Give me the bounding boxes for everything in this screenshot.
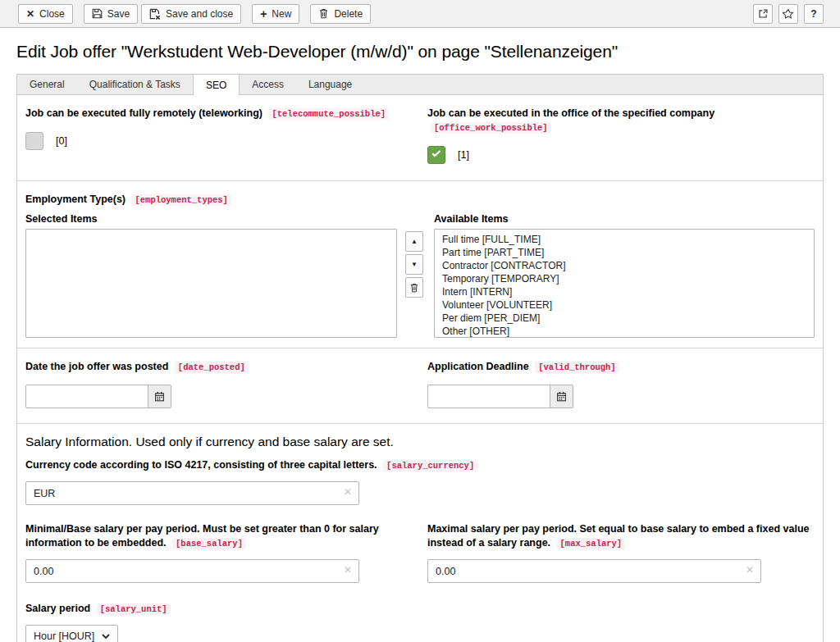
toolbar-right-group: ?	[747, 4, 824, 24]
tab-general[interactable]: General	[17, 75, 77, 94]
field-salary-unit: Salary period [salary_unit] Hour [HOUR]	[25, 602, 815, 642]
plus-icon: +	[260, 8, 267, 20]
calendar-icon	[556, 391, 567, 402]
date-posted-label: Date the job offer was posted	[25, 361, 168, 372]
telecommute-label-row: Job can be executed fully remotely (tele…	[25, 107, 413, 121]
available-item[interactable]: Contractor [CONTRACTOR]	[435, 259, 814, 272]
salary-range-row: Minimal/Base salary per pay period. Must…	[25, 522, 815, 583]
chevron-down-icon	[102, 634, 110, 640]
tab-qualification-tasks[interactable]: Qualification & Tasks	[77, 75, 193, 94]
available-item[interactable]: Per diem [PER_DIEM]	[435, 312, 814, 325]
salary-unit-label-row: Salary period [salary_unit]	[25, 602, 815, 617]
salary-currency-label: Currency code according to ISO 4217, con…	[25, 459, 377, 471]
save-button-label: Save	[107, 8, 130, 20]
employment-types-multiselect: Selected Items ▲ ▼	[25, 213, 815, 338]
max-salary-label-row: Maximal salary per pay period. Set equal…	[427, 522, 815, 551]
field-max-salary: Maximal salary per pay period. Set equal…	[427, 522, 815, 583]
arrow-up-icon: ▲	[411, 238, 418, 245]
salary-unit-select[interactable]: Hour [HOUR]	[25, 625, 118, 642]
salary-currency-input[interactable]	[25, 481, 359, 505]
available-items-column: Available Items Full time [FULL_TIME] Pa…	[434, 213, 815, 338]
valid-through-input[interactable]	[427, 385, 550, 408]
max-salary-field-tag: [max_salary]	[557, 538, 626, 549]
office-work-label-row: Job can be executed in the office of the…	[427, 107, 815, 135]
selected-items-column: Selected Items	[25, 213, 397, 338]
save-close-icon	[149, 8, 161, 20]
open-in-new-window-button[interactable]	[753, 4, 773, 24]
office-work-check-row: [1]	[427, 146, 815, 164]
field-telecommute: Job can be executed fully remotely (tele…	[25, 107, 413, 164]
telecommute-checkbox-value: [0]	[56, 135, 67, 147]
available-items-listbox[interactable]: Full time [FULL_TIME] Part time [PART_TI…	[434, 229, 815, 338]
telecommute-field-tag: [telecommute_possible]	[268, 108, 389, 120]
clear-input-icon[interactable]: ✕	[746, 565, 754, 575]
close-button[interactable]: ✕ Close	[18, 4, 73, 24]
star-icon	[783, 8, 794, 20]
open-new-window-icon	[758, 8, 769, 19]
page-title: Edit Job offer "Werkstudent Web-Develope…	[16, 42, 824, 61]
selected-items-listbox[interactable]	[25, 229, 397, 338]
office-work-checkbox[interactable]	[427, 146, 445, 164]
toolbar-button-group: ✕ Close Save Save and close + New	[18, 4, 371, 24]
available-item[interactable]: Volunteer [VOLUNTEER]	[435, 298, 814, 312]
tab-language[interactable]: Language	[296, 75, 364, 94]
available-item[interactable]: Full time [FULL_TIME]	[435, 233, 814, 246]
field-office-work: Job can be executed in the office of the…	[427, 107, 815, 164]
form-panel: Job can be executed fully remotely (tele…	[16, 94, 824, 642]
valid-through-calendar-button[interactable]	[550, 385, 573, 408]
salary-currency-field-tag: [salary_currency]	[383, 460, 477, 471]
base-salary-field-tag: [base_salary]	[172, 538, 246, 549]
date-posted-field-tag: [date_posted]	[175, 362, 249, 373]
telecommute-check-row: [0]	[25, 132, 413, 150]
help-button[interactable]: ?	[804, 4, 824, 24]
field-base-salary: Minimal/Base salary per pay period. Must…	[25, 522, 413, 583]
checkmark-icon	[431, 148, 442, 162]
field-valid-through: Application Deadline [valid_through]	[427, 360, 815, 408]
date-posted-input[interactable]	[25, 385, 148, 408]
move-down-button[interactable]: ▼	[405, 254, 423, 275]
save-and-close-button[interactable]: Save and close	[141, 4, 241, 24]
date-posted-label-row: Date the job offer was posted [date_post…	[25, 360, 413, 375]
max-salary-input[interactable]	[427, 559, 761, 583]
tab-access[interactable]: Access	[240, 75, 296, 94]
tab-bar: General Qualification & Tasks SEO Access…	[16, 74, 824, 94]
tab-seo[interactable]: SEO	[193, 75, 240, 95]
available-item[interactable]: Intern [INTERN]	[435, 285, 814, 298]
salary-currency-input-wrap: ✕	[25, 481, 359, 505]
clear-input-icon[interactable]: ✕	[344, 565, 352, 575]
multiselect-controls: ▲ ▼	[405, 231, 423, 338]
base-salary-input[interactable]	[25, 559, 359, 583]
bookmark-button[interactable]	[778, 4, 798, 24]
save-button[interactable]: Save	[84, 4, 138, 24]
help-button-label: ?	[810, 8, 816, 20]
valid-through-label: Application Deadline	[427, 361, 529, 372]
delete-button-label: Delete	[334, 8, 363, 20]
office-work-field-tag: [office_work_possible]	[431, 122, 551, 134]
valid-through-label-row: Application Deadline [valid_through]	[427, 360, 815, 375]
available-item[interactable]: Other [OTHER]	[435, 325, 814, 338]
new-button-label: New	[272, 8, 291, 20]
move-up-button[interactable]: ▲	[405, 231, 423, 252]
new-button[interactable]: + New	[252, 4, 299, 24]
available-items-header: Available Items	[434, 213, 815, 225]
salary-section-heading: Salary Information. Used only if currenc…	[25, 435, 815, 449]
salary-unit-field-tag: [salary_unit]	[97, 603, 171, 615]
trash-icon	[318, 8, 329, 19]
employment-types-field-tag: [employment_types]	[132, 194, 231, 206]
doc-toolbar: ✕ Close Save Save and close + New	[0, 0, 840, 28]
trash-small-icon	[409, 283, 419, 293]
office-work-checkbox-value: [1]	[458, 149, 469, 161]
close-icon: ✕	[26, 9, 34, 19]
delete-button[interactable]: Delete	[310, 4, 371, 24]
remove-item-button[interactable]	[405, 277, 423, 298]
telecommute-checkbox[interactable]	[25, 132, 43, 150]
available-item[interactable]: Part time [PART_TIME]	[435, 246, 814, 259]
office-work-label: Job can be executed in the office of the…	[427, 107, 714, 119]
selected-items-header: Selected Items	[25, 213, 397, 225]
close-button-label: Close	[39, 8, 65, 20]
available-item[interactable]: Temporary [TEMPORARY]	[435, 272, 814, 285]
section-salary: Salary Information. Used only if currenc…	[17, 423, 823, 642]
valid-through-field-tag: [valid_through]	[535, 362, 619, 373]
clear-input-icon[interactable]: ✕	[344, 487, 352, 497]
date-posted-calendar-button[interactable]	[148, 385, 171, 408]
